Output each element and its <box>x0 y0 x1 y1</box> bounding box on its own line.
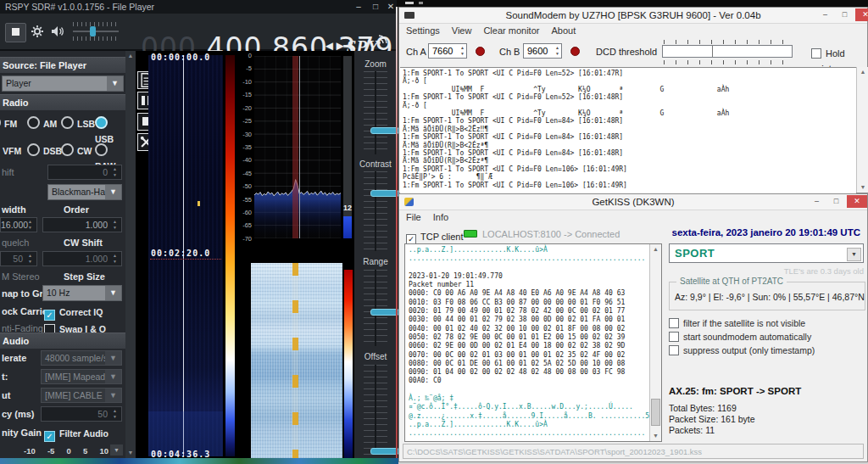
contrast-slider-thumb[interactable] <box>370 190 399 197</box>
stop-button[interactable] <box>5 23 26 42</box>
volume-slider-thumb[interactable] <box>90 26 96 36</box>
spinner-icon[interactable]: ▲▼ <box>110 219 120 231</box>
scroll-down-icon[interactable]: ▼ <box>857 182 868 193</box>
soundmodem-close-button[interactable]: ✕ <box>855 8 868 21</box>
monitor-line: UI%MM F ^Ty K¼O ª G aÀh <box>403 86 856 93</box>
sdr-display-area: 00:00:00.0 00:02:20.0 00:04:36.3 0-5-10-… <box>136 51 354 458</box>
sdr-maximize-button[interactable]: □ <box>368 1 383 13</box>
ch-a-label: Ch A <box>406 47 426 57</box>
correct-iq-checkbox[interactable]: ✓Correct IQ <box>44 304 103 321</box>
contrast-slider[interactable] <box>364 171 387 251</box>
getkiss-menu-item[interactable]: File <box>406 212 421 222</box>
gear-icon <box>31 25 44 38</box>
spinner-icon[interactable]: ▲▼ <box>110 166 120 178</box>
zoom-slider[interactable] <box>364 71 387 154</box>
snr-meter-fill <box>343 216 352 238</box>
shift-input[interactable]: 0▲▼ <box>47 165 122 180</box>
spectrum-plot[interactable] <box>254 56 341 238</box>
getkiss-maximize-button[interactable]: □ <box>827 195 845 208</box>
monitor-line: Ä;-ð [ <box>403 102 856 109</box>
bandwidth-input[interactable]: 16.000▲▼ <box>0 217 37 232</box>
chevron-down-icon[interactable]: ▼ <box>847 248 861 261</box>
soundmodem-scrollbar[interactable]: ▲ ▼ <box>856 67 868 193</box>
scroll-up-icon[interactable]: ▲ <box>857 67 868 77</box>
sdr-titlebar: RSPY SDR# v1.0.0.1756 - File Player – □ … <box>0 0 397 14</box>
squelch-input[interactable]: 50▲▼ <box>0 251 37 266</box>
scroll-down-button[interactable]: ▼ <box>110 444 123 456</box>
satellite-select[interactable]: SPORT ▼ <box>669 243 864 263</box>
hex-line: ..p.a...Z.].............K.K....û>À <box>409 421 661 429</box>
spinner-icon[interactable]: ▲▼ <box>460 45 465 57</box>
soundmodem-menu-item[interactable]: Clear monitor <box>483 25 539 36</box>
getkiss-window: GetKISS (DK3WN) – □ ✕ FileInfo ✓TCP clie… <box>398 193 868 462</box>
hex-scrollbar[interactable]: ▲ ▼ <box>649 244 661 441</box>
spinner-icon[interactable]: ▲▼ <box>25 253 35 265</box>
offset-slider[interactable] <box>364 365 387 455</box>
getkiss-menu-item[interactable]: Info <box>433 212 448 222</box>
squelch-label: quelch <box>2 238 29 248</box>
mode-cw[interactable]: CW <box>61 143 92 158</box>
spinner-icon[interactable]: ▲▼ <box>555 45 559 57</box>
scroll-up-icon[interactable]: ▲ <box>650 244 661 254</box>
mode-nfm[interactable]: FM <box>0 115 17 131</box>
sdr-minimize-button[interactable]: – <box>351 1 366 13</box>
soundmodem-maximize-button[interactable]: □ <box>836 8 854 21</box>
step-size-select[interactable]: 10 Hz▼ <box>42 285 122 301</box>
qth-info: Az: 9,9° | El: -9,6° | Sun: 0% | 55,57°E… <box>675 292 865 302</box>
spinner-icon[interactable]: ▲▼ <box>110 253 120 265</box>
soundmodem-minimize-button[interactable]: – <box>816 8 834 21</box>
dcd-threshold-slider[interactable] <box>662 45 793 58</box>
packet-hex-view[interactable]: ..p.a...Z.].............K.K....û>À......… <box>404 243 662 442</box>
latency-input[interactable]: 50▲▼ <box>41 406 122 422</box>
stop-icon <box>12 28 19 36</box>
spinner-icon[interactable]: ▲▼ <box>25 219 35 231</box>
packet-stat-line: Packet Size: 161 byte <box>669 414 755 425</box>
volume-slider[interactable] <box>73 31 119 32</box>
radio-panel-header[interactable]: Radio <box>0 94 125 110</box>
hex-line: ........................................… <box>409 429 661 438</box>
mode-lsb[interactable]: LSB <box>61 115 95 131</box>
samplerate-select[interactable]: 48000 sample/sec▼ <box>41 350 122 366</box>
range-slider-thumb[interactable] <box>370 309 399 316</box>
soundmodem-monitor[interactable]: 1:Fm SPORT-1 To SPORT <UI C Pid=F0 Len=5… <box>400 67 856 193</box>
getkiss-minimize-button[interactable]: – <box>808 195 826 208</box>
soundmodem-menu-item[interactable]: About <box>551 25 576 36</box>
filter-window-select[interactable]: Blackman-Harris 4▼ <box>47 184 122 200</box>
spinner-icon[interactable]: ▲▼ <box>110 408 120 420</box>
scroll-down-icon[interactable]: ▼ <box>650 431 661 441</box>
monitor-line: 1:Fm SPORT-1 To SPORT <UI C Pid=F0 Len=1… <box>403 165 856 173</box>
getkiss-close-button[interactable]: ✕ <box>847 195 867 208</box>
sidebar-scrollbar[interactable]: ▲ ▼ <box>125 51 136 458</box>
audio-input-select[interactable]: [MME] Mapeador d▼ <box>41 369 122 384</box>
ch-a-input[interactable]: 7660 ▲▼ <box>428 43 467 59</box>
soundmodem-menu-item[interactable]: Settings <box>406 25 440 36</box>
dcd-slider-pointer[interactable] <box>712 46 713 57</box>
tcp-client-checkbox[interactable]: ✓TCP client <box>406 228 464 244</box>
soundmodem-menu-item[interactable]: View <box>452 25 472 36</box>
offset-slider-thumb[interactable] <box>370 448 399 455</box>
scroll-down-icon[interactable]: ▼ <box>125 448 136 458</box>
background-artifact <box>405 2 414 4</box>
option-suppress-output-checkbox[interactable]: suppress output (only timestamp) <box>669 342 815 357</box>
mode-dsb[interactable]: DSB <box>27 143 62 158</box>
audio-output-select[interactable]: [MME] CABLE Input▼ <box>41 388 122 403</box>
ch-b-input[interactable]: 9600 ▲▼ <box>523 43 562 59</box>
filter-audio-checkbox[interactable]: ✓Filter Audio <box>44 425 108 442</box>
scroll-up-icon[interactable]: ▲ <box>125 51 136 61</box>
zoomed-waterfall[interactable] <box>251 263 342 458</box>
order-input[interactable]: 1.000▲▼ <box>42 217 122 232</box>
checkbox-unchecked-icon <box>811 48 821 59</box>
zoom-slider-thumb[interactable] <box>370 127 399 134</box>
settings-gear-button[interactable] <box>31 25 44 38</box>
audio-mute-button[interactable] <box>51 25 66 37</box>
cw-shift-input[interactable]: 1.000▲▼ <box>42 251 122 266</box>
scrollbar-thumb[interactable] <box>651 399 660 426</box>
mode-am[interactable]: AM <box>27 115 57 131</box>
checkbox-unchecked-icon <box>669 332 679 342</box>
mode-wfm[interactable]: VFM <box>0 143 21 158</box>
source-panel-header[interactable]: Source: File Player <box>0 57 125 73</box>
hex-line: Packet number 11 <box>409 281 661 289</box>
range-slider[interactable] <box>364 270 387 346</box>
audio-panel-header[interactable]: Audio <box>0 333 125 349</box>
source-select[interactable]: Player▼ <box>2 75 124 92</box>
